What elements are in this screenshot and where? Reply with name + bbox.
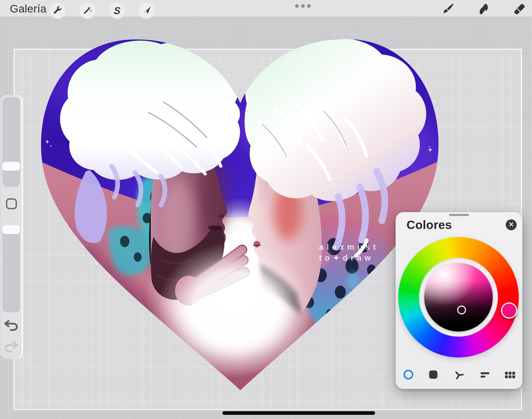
redo-button[interactable]	[3, 341, 19, 353]
classic-mode-icon	[427, 369, 439, 382]
brush-sidebar	[1, 95, 23, 359]
magic-wand-icon	[83, 5, 92, 16]
ellipsis-icon	[295, 4, 299, 8]
disc-mode-button[interactable]	[401, 368, 416, 382]
top-toolbar: Galería S	[0, 0, 532, 17]
redo-icon	[3, 349, 19, 354]
panel-drag-handle[interactable]	[449, 214, 469, 216]
gallery-button[interactable]: Galería	[10, 3, 46, 15]
eraser-tool-button[interactable]	[512, 2, 526, 16]
undo-button[interactable]	[3, 320, 19, 332]
close-icon	[508, 221, 514, 228]
value-mode-button[interactable]	[478, 368, 492, 382]
brush-icon	[441, 12, 455, 17]
palettes-mode-icon	[504, 369, 516, 382]
harmony-mode-button[interactable]	[452, 368, 466, 382]
saturation-disc[interactable]	[424, 263, 493, 332]
disc-mode-icon	[402, 369, 414, 382]
adjustments-button[interactable]	[79, 3, 96, 19]
brush-opacity-handle[interactable]	[2, 225, 20, 234]
selection-button[interactable]: S	[109, 3, 125, 19]
colors-panel-title: Colores	[407, 218, 452, 232]
transform-arrow-icon	[142, 5, 152, 16]
undo-icon	[3, 328, 19, 332]
color-mode-bar	[396, 367, 522, 385]
eraser-icon	[512, 12, 526, 17]
smudge-tool-button[interactable]	[477, 2, 491, 16]
brush-size-slider[interactable]	[2, 97, 20, 187]
wrench-icon	[52, 5, 62, 16]
brush-opacity-slider[interactable]	[2, 225, 20, 312]
smudge-finger-icon	[477, 12, 491, 17]
transform-button[interactable]	[139, 3, 155, 19]
color-wheel	[398, 237, 519, 357]
modify-button[interactable]	[6, 198, 17, 209]
ellipsis-menu-button[interactable]	[295, 4, 311, 8]
classic-mode-button[interactable]	[426, 368, 441, 382]
colors-panel: Colores	[396, 212, 522, 389]
palettes-mode-button[interactable]	[503, 368, 517, 382]
hue-cursor[interactable]	[501, 302, 517, 319]
saturation-cursor[interactable]	[457, 306, 466, 314]
harmony-mode-icon	[453, 369, 465, 382]
close-colors-button[interactable]	[506, 219, 517, 230]
brush-size-handle[interactable]	[2, 162, 20, 171]
brush-tool-button[interactable]	[441, 2, 455, 16]
watermark-line1: alexmust	[319, 242, 379, 252]
home-indicator[interactable]	[222, 411, 375, 415]
value-mode-icon	[479, 369, 491, 382]
selection-icon: S	[114, 5, 121, 16]
watermark-line2: to✦draw	[319, 253, 374, 262]
actions-button[interactable]	[49, 3, 65, 19]
